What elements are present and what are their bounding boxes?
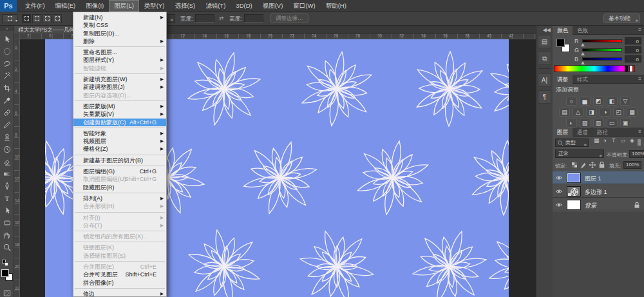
filter-smart-object-icon[interactable]: ◈ <box>630 137 634 144</box>
healing-brush-tool[interactable] <box>3 108 12 117</box>
layer-menu-item[interactable]: 创建剪贴蒙版(C)Alt+Ctrl+G <box>73 119 166 126</box>
hue-saturation-adjustment-icon[interactable]: ▤ <box>559 108 570 117</box>
lock-transparency-icon[interactable] <box>571 161 578 169</box>
posterize-adjustment-icon[interactable]: ▨ <box>580 119 591 128</box>
layer-thumbnail[interactable] <box>567 173 581 183</box>
channel-slider-R[interactable] <box>582 39 622 43</box>
menubar-item-滤镜(T)[interactable]: 滤镜(T) <box>200 0 231 12</box>
clone-stamp-tool[interactable] <box>3 133 12 142</box>
quick-mask-button[interactable] <box>3 289 12 297</box>
magic-wand-tool[interactable] <box>3 72 12 81</box>
type-tool[interactable] <box>3 194 12 203</box>
layer-menu-item[interactable]: 隐藏图层(R) <box>73 184 166 191</box>
zoom-tool[interactable] <box>3 243 12 252</box>
layer-menu-item[interactable]: 合并可见图层Shift+Ctrl+E <box>73 271 166 278</box>
layer-menu-item[interactable]: 锁定组内的所有图层(X)... <box>73 233 166 240</box>
layer-menu-item[interactable]: 图层蒙版(M)▶ <box>73 102 166 110</box>
lock-all-icon[interactable] <box>598 160 606 169</box>
layer-menu-item[interactable]: 智能对象▶ <box>73 129 166 137</box>
menubar-item-选择(S)[interactable]: 选择(S) <box>170 0 201 12</box>
layer-menu-item[interactable]: 新建基于图层的切片(B) <box>73 157 166 164</box>
channel-slider-handle[interactable] <box>581 52 585 55</box>
lasso-tool[interactable] <box>3 59 12 68</box>
filter-pixel-icon[interactable]: ▦ <box>594 137 600 144</box>
panel-menu-icon[interactable]: ≡ <box>638 76 641 82</box>
layers-tab-通道[interactable]: 通道 <box>573 128 592 137</box>
layer-menu-item[interactable]: 图层内容选项(O)... <box>73 91 166 99</box>
layer-menu-item[interactable]: 新建调整图层(J)▶ <box>73 83 166 91</box>
swap-dimensions-icon[interactable]: ⇄ <box>219 15 223 21</box>
foreground-color-swatch[interactable] <box>1 269 9 277</box>
threshold-adjustment-icon[interactable]: ▥ <box>593 119 604 128</box>
pen-tool[interactable] <box>3 182 12 191</box>
selective-color-adjustment-icon[interactable]: ▣ <box>620 119 631 128</box>
color-tab-颜色[interactable]: 颜色 <box>553 26 573 35</box>
filter-shape-icon[interactable]: ▱ <box>621 137 625 144</box>
layers-tab-路径[interactable]: 路径 <box>592 128 612 137</box>
shape-tool[interactable] <box>3 218 12 227</box>
vibrance-adjustment-icon[interactable]: ▽ <box>620 97 631 106</box>
panel-menu-icon[interactable]: ≡ <box>638 27 641 33</box>
layer-row[interactable]: 背景 <box>553 198 644 211</box>
spectrum-black-swatch[interactable] <box>625 65 629 72</box>
layer-menu-item[interactable]: 删除▶ <box>73 37 166 45</box>
menubar-item-图像(I)[interactable]: 图像(I) <box>80 0 109 12</box>
width-field[interactable] <box>195 14 214 23</box>
menubar-item-视图(V)[interactable]: 视图(V) <box>258 0 289 12</box>
eyedropper-tool[interactable] <box>3 96 12 105</box>
brush-presets-panel-button[interactable]: ▤ <box>538 35 551 48</box>
fill-value[interactable]: 100% <box>623 161 641 169</box>
menubar-item-类型(Y)[interactable]: 类型(Y) <box>139 0 170 12</box>
channel-mixer-adjustment-icon[interactable]: ◰ <box>613 108 624 117</box>
move-tool[interactable] <box>3 35 12 44</box>
adjustments-tab-调整[interactable]: 调整 <box>553 75 573 84</box>
path-selection-tool[interactable] <box>3 206 12 215</box>
invert-adjustment-icon[interactable]: ◐ <box>566 119 577 128</box>
filter-type-icon[interactable]: T <box>612 137 616 144</box>
layer-menu-item[interactable]: 新建填充图层(W)▶ <box>73 75 166 83</box>
paragraph-panel-button[interactable]: ¶ <box>538 90 551 104</box>
expand-panels-icon[interactable]: ◀◀ <box>543 27 551 33</box>
foreground-background-swatch[interactable] <box>1 269 14 283</box>
layer-menu-item[interactable]: 排列(A)▶ <box>73 195 166 202</box>
layer-menu-item[interactable]: 矢量蒙版(V)▶ <box>73 110 166 118</box>
curves-adjustment-icon[interactable]: ◩ <box>593 97 604 106</box>
menubar-item-帮助(H)[interactable]: 帮助(H) <box>321 0 352 12</box>
eraser-tool[interactable] <box>3 157 12 166</box>
layer-menu-item[interactable]: 复制图层(D)... <box>73 30 166 37</box>
exposure-adjustment-icon[interactable]: ◧ <box>607 97 618 106</box>
channel-value-B[interactable]: 0 <box>625 55 641 62</box>
layer-menu-item[interactable]: 分布(T)▶ <box>73 222 166 229</box>
color-lookup-adjustment-icon[interactable]: ▦ <box>627 108 638 117</box>
gradient-tool[interactable] <box>3 169 12 178</box>
marquee-tool[interactable] <box>3 47 12 56</box>
intersect-selection-button[interactable] <box>53 14 62 23</box>
menubar-item-编辑(E)[interactable]: 编辑(E) <box>50 0 81 12</box>
layer-menu-item[interactable]: 复制 CSS <box>73 21 166 29</box>
menubar-item-3D(D)[interactable]: 3D(D) <box>231 0 257 12</box>
menubar-item-文件(F)[interactable]: 文件(F) <box>19 0 50 12</box>
layer-filter-select[interactable]: 类型 ≑ <box>555 139 589 147</box>
layer-menu-item[interactable]: 取消图层编组(U)Shift+Ctrl+G <box>73 175 166 183</box>
channel-slider-B[interactable] <box>582 57 622 61</box>
layer-menu-item[interactable]: 拼合图像(F) <box>73 279 166 287</box>
levels-adjustment-icon[interactable]: ▅ <box>580 97 591 106</box>
layer-menu-item[interactable]: 修边▶ <box>73 290 166 297</box>
layer-menu-item[interactable]: 合并形状(H)▶ <box>73 202 166 210</box>
layer-menu-item[interactable]: 链接图层(K) <box>73 244 166 251</box>
photo-filter-adjustment-icon[interactable]: ◑ <box>600 108 611 117</box>
layer-menu-item[interactable]: 图层样式(Y)▶ <box>73 56 166 64</box>
channel-slider-handle[interactable] <box>581 43 585 46</box>
spectrum-white-swatch[interactable] <box>629 65 633 72</box>
menubar-item-图层(L)[interactable]: 图层(L) <box>109 0 139 12</box>
hand-tool[interactable] <box>3 231 12 240</box>
layer-menu-item[interactable]: 新建(N)▶ <box>73 14 166 21</box>
toolbar-collapse-icon[interactable]: » <box>0 26 14 31</box>
menubar-item-窗口(W)[interactable]: 窗口(W) <box>288 0 320 12</box>
layer-menu-item[interactable]: 合并图层(E)Ctrl+E <box>73 263 166 271</box>
ruler-origin-corner[interactable] <box>14 34 20 39</box>
clone-source-panel-button[interactable]: ⧉ <box>538 52 551 65</box>
layer-menu-item[interactable]: 图层编组(G)Ctrl+G <box>73 168 166 175</box>
brightness-contrast-adjustment-icon[interactable]: ☼ <box>566 97 577 106</box>
layer-menu-item[interactable]: 重命名图层... <box>73 48 166 56</box>
